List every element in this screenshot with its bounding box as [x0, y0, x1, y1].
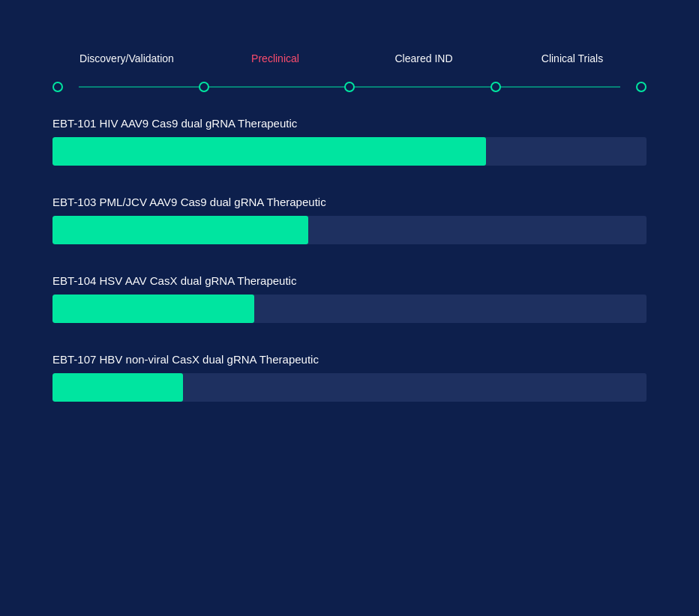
pipeline-item-ebt-107: EBT-107 HBV non-viral CasX dual gRNA The…: [45, 353, 654, 402]
timeline-section: Discovery/Validation Preclinical Cleared…: [45, 52, 654, 94]
timeline-dot-4: [490, 82, 501, 92]
page-container: Discovery/Validation Preclinical Cleared…: [0, 0, 699, 616]
pipeline-bar-container-ebt-104: [52, 295, 646, 323]
timeline-dots: [52, 82, 646, 92]
pipeline-item-ebt-103: EBT-103 PML/JCV AAV9 Cas9 dual gRNA Ther…: [45, 196, 654, 244]
pipeline-item-label-ebt-103: EBT-103 PML/JCV AAV9 Cas9 dual gRNA Ther…: [45, 196, 654, 208]
pipeline-bar-container-ebt-103: [52, 216, 646, 244]
pipeline-item-ebt-104: EBT-104 HSV AAV CasX dual gRNA Therapeut…: [45, 274, 654, 323]
pipeline-bar-container-ebt-107: [52, 373, 646, 402]
stage-label-discovery: Discovery/Validation: [52, 52, 201, 64]
pipeline-item-label-ebt-101: EBT-101 HIV AAV9 Cas9 dual gRNA Therapeu…: [45, 117, 654, 130]
pipeline-bar-fill-ebt-107: [52, 373, 183, 402]
timeline-dot-1: [52, 82, 63, 92]
stage-label-cleared-ind: Cleared IND: [350, 52, 498, 64]
pipeline-bar-fill-ebt-104: [52, 295, 254, 323]
pipeline-bar-fill-ebt-103: [52, 216, 308, 244]
pipeline-item-ebt-101: EBT-101 HIV AAV9 Cas9 dual gRNA Therapeu…: [45, 117, 654, 166]
pipeline-item-label-ebt-104: EBT-104 HSV AAV CasX dual gRNA Therapeut…: [45, 274, 654, 287]
pipeline-items: EBT-101 HIV AAV9 Cas9 dual gRNA Therapeu…: [45, 117, 654, 402]
stage-label-clinical-trials: Clinical Trials: [498, 52, 646, 64]
pipeline-bar-container-ebt-101: [52, 137, 646, 166]
pipeline-item-label-ebt-107: EBT-107 HBV non-viral CasX dual gRNA The…: [45, 353, 654, 366]
stage-labels: Discovery/Validation Preclinical Cleared…: [45, 52, 654, 64]
timeline-dot-2: [199, 82, 209, 92]
stage-label-preclinical: Preclinical: [201, 52, 350, 64]
timeline-dot-3: [344, 82, 355, 92]
timeline-track: [52, 79, 646, 94]
pipeline-bar-fill-ebt-101: [52, 137, 486, 166]
timeline-dot-5: [636, 82, 646, 92]
